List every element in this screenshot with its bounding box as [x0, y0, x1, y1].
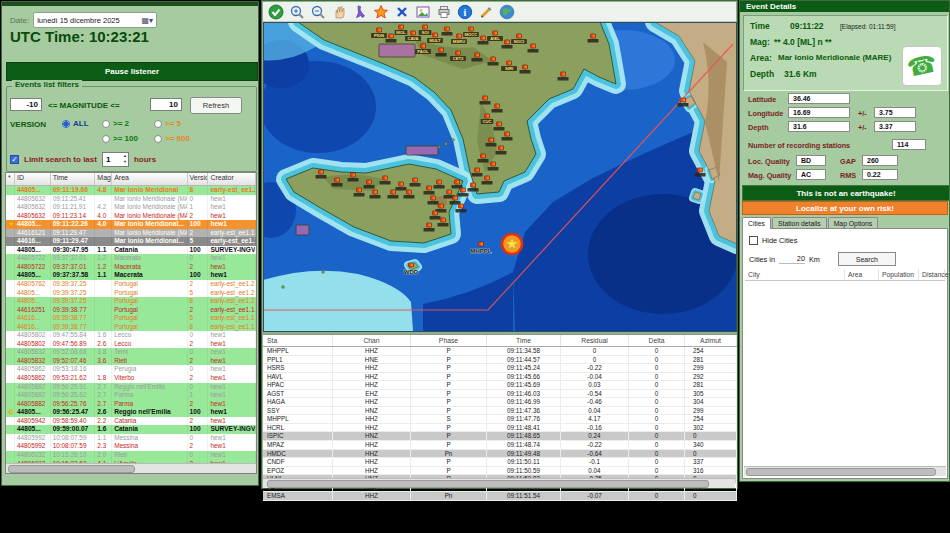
picks-col-Time[interactable]: Time [487, 335, 561, 346]
pick-row[interactable]: HSRSHHZP09:11:45.24-0.220299 [263, 364, 737, 373]
cities-search-button[interactable]: Search [838, 252, 896, 266]
event-row[interactable]: 4480599210:08:07.591.1Messina0hew1 [6, 434, 256, 443]
pick-row[interactable]: HCRLHHZP09:11:48.41-0.160302 [263, 424, 737, 433]
event-row[interactable]: 44805...09:30:47.951.1Catania100SURVEY-I… [6, 246, 256, 255]
magnitude-min-input[interactable]: -10 [10, 98, 42, 111]
hide-cities-checkbox[interactable] [749, 236, 758, 245]
picks-col-Azimut[interactable]: Azimut [685, 335, 737, 346]
events-col-Time[interactable]: Time [51, 173, 96, 185]
radio-version-900[interactable]: >= 900 [154, 134, 190, 143]
depth-err-field[interactable]: 3.37 [874, 121, 916, 132]
not-earthquake-button[interactable]: This is not an earthquake! [742, 185, 950, 201]
rms-field[interactable]: 0.22 [862, 169, 898, 180]
picks-col-Chan[interactable]: Chan [333, 335, 411, 346]
event-row[interactable]: 4461612109:11:29.47Mar Ionio Meridionale… [6, 229, 256, 238]
events-col-Version[interactable]: Version [188, 173, 209, 185]
italy-region-icon[interactable] [351, 3, 368, 20]
event-row[interactable]: 44805...09:11:19.664.8Mar Ionio Meridion… [6, 186, 256, 195]
pick-row[interactable]: MHPPLHH2S09:11:47.764.170254 [263, 415, 737, 424]
event-row[interactable]: 44805...09:39:37.25Portugal8early-est_ee… [6, 297, 256, 306]
event-row[interactable]: 44805...09:59:00.071.6Catania100SURVEY-I… [6, 425, 256, 434]
mag-quality-field[interactable]: AC [796, 169, 826, 180]
event-row[interactable]: 4480588209:56:25.912.7Reggio nell'Emilia… [6, 383, 256, 392]
event-row[interactable]: 4480572209:37:37.011.2Macerata0hew1 [6, 254, 256, 263]
event-row[interactable]: ★44805...09:56:25.472.6Reggio nell'Emili… [6, 408, 256, 417]
station-cluster-box[interactable] [406, 146, 438, 155]
events-hscrollbar[interactable] [6, 463, 256, 473]
cities-col-City[interactable]: City [745, 269, 845, 280]
events-col-Creator[interactable]: Creator [208, 173, 256, 185]
station-cluster-box[interactable] [379, 44, 415, 57]
calendar-icon[interactable]: ▦▾ [142, 16, 154, 25]
pan-hand-icon[interactable] [330, 3, 347, 20]
event-row[interactable]: 4480583209:52:08.683.8Terni0hew1 [6, 348, 256, 357]
picks-col-Sta[interactable]: Sta [263, 335, 333, 346]
events-col-*[interactable]: * [6, 173, 15, 185]
pick-row[interactable]: HMDCHHZPn09:11:49.48-0.6400 [263, 450, 737, 459]
event-row[interactable]: 44616...09:11:29.47Mar Ionio Meridional.… [6, 237, 256, 246]
map-svg[interactable]: PIGNMOLCAVASOIMULTMSRUMOCCAIELNOCIPAOLCE… [263, 22, 737, 332]
event-row[interactable]: 4480588209:56:25.622.7Parma1hew1 [6, 391, 256, 400]
cities-hscrollbar[interactable] [744, 466, 946, 476]
magnitude-max-input[interactable]: 10 [150, 98, 182, 111]
event-row[interactable]: ★44805...09:11:22.264.0Mar Ionio Meridio… [6, 220, 256, 229]
event-row[interactable]: 44805...09:39:37.25Portugal5early-est_ee… [6, 289, 256, 298]
epicenter-marker[interactable] [502, 234, 522, 254]
event-row[interactable]: 4480586209:53:18.16Perugia0hew1 [6, 365, 256, 374]
event-row[interactable]: 4480580209:47:56.892.6Lecco2hew1 [6, 340, 256, 349]
event-row[interactable]: 4480563209:11:21.914.2Mar Ionio Meridion… [6, 203, 256, 212]
globe-icon[interactable] [498, 3, 515, 20]
pick-row[interactable]: PPL1HNEP09:11:44.5700281 [263, 356, 737, 365]
events-hscroll-thumb[interactable] [8, 465, 135, 473]
event-row[interactable]: 4480586209:53:21.621.8Viterbo2hew1 [6, 374, 256, 383]
pick-row[interactable]: EPOZHHZP09:11:50.590.040316 [263, 467, 737, 476]
localize-button[interactable]: Localize at your own risk! [742, 201, 948, 215]
events-col-Area[interactable]: Area [112, 173, 187, 185]
event-row[interactable]: 4480588209:56:25.762.7Parma2hew1 [6, 400, 256, 409]
cities-table-header[interactable]: CityAreaPopulationDistance [745, 269, 945, 281]
picks-hscrollbar[interactable] [263, 478, 735, 488]
pick-row[interactable]: ISPICHNZP09:11:48.650.2400 [263, 432, 737, 441]
pick-row[interactable]: MHPPLHHZP09:11:34.5800254 [263, 347, 737, 356]
measure-pencil-icon[interactable] [477, 3, 494, 20]
pick-row[interactable]: HPACHHZP09:11:45.690.030281 [263, 381, 737, 390]
latitude-field[interactable]: 36.46 [788, 93, 850, 104]
event-row[interactable]: 44616...09:39:38.77Portugal5early-est_ee… [6, 314, 256, 323]
event-row[interactable]: 44616...09:39:38.77Portugal8early-est_ee… [6, 323, 256, 332]
cities-col-Distance[interactable]: Distance [919, 269, 945, 280]
map[interactable]: PIGNMOLCAVASOIMULTMSRUMOCCAIELNOCIPAOLCE… [263, 22, 737, 332]
radio-version-100[interactable]: >= 100 [102, 134, 138, 143]
events-col-ID[interactable]: ID [15, 173, 51, 185]
event-row[interactable]: 44805...09:37:37.581.1Macerata100hew1 [6, 271, 256, 280]
cities-hscroll-thumb[interactable] [746, 468, 936, 476]
info-icon[interactable]: i [456, 3, 473, 20]
stations-count-field[interactable]: 114 [892, 139, 926, 150]
refresh-button[interactable]: Refresh [190, 97, 242, 114]
limit-checkbox[interactable]: ✓ [10, 155, 19, 164]
radio-version-all[interactable]: ALL [62, 119, 89, 128]
event-row[interactable]: 4480594209:58:59.402.2Catania2hew1 [6, 417, 256, 426]
gap-field[interactable]: 260 [862, 155, 898, 166]
pick-row[interactable]: HAVLHHZP09:11:45.66-0.040292 [263, 373, 737, 382]
picks-col-Delta[interactable]: Delta [629, 335, 685, 346]
picks-table-header[interactable]: StaChanPhaseTimeResidualDeltaAzimut [263, 335, 737, 347]
pause-listener-button[interactable]: Pause listener [6, 62, 258, 81]
call-button[interactable]: ☎ [902, 46, 942, 86]
picks-hscroll-thumb[interactable] [267, 480, 709, 488]
star-events-icon[interactable] [372, 3, 389, 20]
depth-field[interactable]: 31.6 [788, 121, 850, 132]
station-cluster-box[interactable] [296, 225, 309, 235]
cities-col-Population[interactable]: Population [879, 269, 919, 280]
loc-quality-field[interactable]: BD [796, 155, 826, 166]
zoom-out-icon[interactable] [309, 3, 326, 20]
event-row[interactable]: 4480563209:11:25.41Mar Ionio Meridionale… [6, 195, 256, 204]
cities-col-Area[interactable]: Area [845, 269, 879, 280]
hours-spinner[interactable]: 1▲▼ [102, 152, 129, 167]
longitude-err-field[interactable]: 3.75 [874, 107, 916, 118]
zoom-in-icon[interactable] [288, 3, 305, 20]
event-row[interactable]: 4480572209:37:37.011.2Macerata2hew1 [6, 263, 256, 272]
tab-cities[interactable]: Cities [742, 217, 771, 229]
event-row[interactable]: 4480599210:08:07.592.3Messina2hew1 [6, 442, 256, 451]
radio-version-5[interactable]: >= 5 [154, 119, 181, 128]
event-row[interactable]: 4480576209:39:37.25Portugal2early-est_ee… [6, 280, 256, 289]
